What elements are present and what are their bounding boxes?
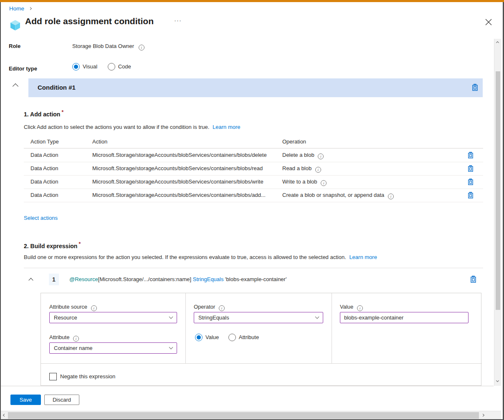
breadcrumb-chevron-icon bbox=[29, 7, 32, 10]
radio-code-circle-icon bbox=[108, 63, 115, 70]
condition-collapse-chevron-icon[interactable] bbox=[13, 83, 18, 89]
close-icon[interactable] bbox=[485, 19, 492, 27]
attribute-source-dropdown[interactable]: Resource bbox=[49, 312, 177, 323]
build-expression-heading: 2. Build expression* bbox=[24, 241, 81, 249]
expression-index-badge: 1 bbox=[49, 274, 59, 285]
row-action-type: Data Action bbox=[30, 165, 58, 171]
operator-label: Operator i bbox=[194, 303, 225, 311]
vertical-scrollbar[interactable] bbox=[494, 39, 501, 386]
col-action: Action bbox=[92, 138, 107, 146]
row-delete-trash-icon[interactable] bbox=[468, 165, 474, 174]
negate-expression-checkbox-row[interactable]: Negate this expression bbox=[49, 373, 115, 380]
row-action-type: Data Action bbox=[30, 179, 58, 185]
row-action: Microsoft.Storage/storageAccounts/blobSe… bbox=[92, 165, 263, 171]
row-action: Microsoft.Storage/storageAccounts/blobSe… bbox=[92, 152, 267, 158]
scroll-left-arrow-icon[interactable] bbox=[3, 414, 6, 417]
radio-value[interactable]: Value bbox=[195, 334, 219, 341]
row-operation: Write to a blob i bbox=[282, 179, 327, 186]
role-info-icon[interactable]: i bbox=[139, 45, 144, 50]
attribute-source-info-icon[interactable]: i bbox=[91, 305, 97, 311]
window-left-border bbox=[0, 2, 1, 420]
breadcrumb-home-link[interactable]: Home bbox=[9, 5, 24, 12]
chevron-down-icon bbox=[169, 345, 173, 350]
expression-summary: @Resource[Microsoft.Storage/.../containe… bbox=[69, 276, 286, 282]
radio-visual[interactable]: Visual bbox=[72, 63, 97, 70]
row-operation: Create a blob or snapshot, or append dat… bbox=[282, 192, 394, 199]
divider bbox=[185, 293, 186, 363]
required-asterisk: * bbox=[61, 109, 63, 115]
operator-dropdown[interactable]: StringEquals bbox=[194, 312, 323, 323]
radio-visual-circle-icon bbox=[72, 63, 80, 70]
editor-type-radio-group: Visual Code bbox=[72, 63, 131, 72]
radio-code[interactable]: Code bbox=[108, 63, 131, 70]
table-row: Data Action Microsoft.Storage/storageAcc… bbox=[24, 176, 483, 189]
horizontal-scrollbar-thumb[interactable] bbox=[8, 412, 479, 419]
row-delete-trash-icon[interactable] bbox=[468, 152, 474, 160]
vertical-scrollbar-thumb[interactable] bbox=[496, 71, 500, 310]
negate-expression-label: Negate this expression bbox=[60, 373, 115, 380]
divider bbox=[24, 268, 483, 268]
divider bbox=[0, 386, 494, 386]
row-delete-trash-icon[interactable] bbox=[468, 179, 474, 187]
operation-info-icon[interactable]: i bbox=[315, 167, 321, 173]
value-input[interactable] bbox=[340, 312, 469, 323]
expression-collapse-chevron-icon[interactable] bbox=[28, 278, 33, 282]
col-operation: Operation bbox=[282, 138, 306, 146]
discard-button[interactable]: Discard bbox=[44, 395, 79, 405]
attribute-label: Attribute i bbox=[49, 334, 79, 342]
operation-info-icon[interactable]: i bbox=[321, 180, 327, 186]
add-action-heading: 1. Add action* bbox=[24, 109, 63, 118]
breadcrumb: Home bbox=[9, 5, 31, 12]
row-action: Microsoft.Storage/storageAccounts/blobSe… bbox=[92, 192, 266, 198]
add-action-description: Click Add action to select the actions y… bbox=[24, 123, 241, 131]
more-menu-button[interactable]: ··· bbox=[174, 17, 182, 24]
checkbox-icon bbox=[49, 373, 57, 380]
table-row: Data Action Microsoft.Storage/storageAcc… bbox=[24, 189, 483, 202]
chevron-down-icon bbox=[169, 315, 173, 319]
row-delete-trash-icon[interactable] bbox=[468, 192, 474, 200]
operation-info-icon[interactable]: i bbox=[318, 153, 324, 159]
row-action: Microsoft.Storage/storageAccounts/blobSe… bbox=[92, 179, 263, 185]
operation-info-icon[interactable]: i bbox=[388, 194, 394, 199]
condition-header-bar: Condition #1 bbox=[28, 78, 483, 97]
row-operation: Delete a blob i bbox=[282, 152, 324, 159]
role-value: Storage Blob Data Owner i bbox=[72, 43, 144, 50]
build-expression-description: Build one or more expressions for the ac… bbox=[24, 254, 377, 261]
value-label: Value i bbox=[340, 303, 363, 311]
role-label: Role bbox=[9, 43, 20, 50]
chevron-down-icon bbox=[315, 315, 319, 319]
scroll-down-arrow-icon[interactable] bbox=[496, 379, 499, 382]
cube-icon bbox=[10, 20, 20, 33]
attribute-dropdown[interactable]: Container name bbox=[49, 342, 177, 354]
build-expression-learn-more-link[interactable]: Learn more bbox=[349, 254, 377, 260]
operator-info-icon[interactable]: i bbox=[219, 305, 225, 311]
divider bbox=[332, 293, 332, 363]
expression-editor-panel: Attribute source i Resource Attribute i … bbox=[41, 293, 481, 386]
col-action-type: Action Type bbox=[30, 138, 59, 146]
actions-table-header: Action Type Action Operation bbox=[24, 136, 483, 148]
page-title: Add role assignment condition bbox=[25, 16, 154, 26]
expression-path-token: [Microsoft.Storage/.../containers:name] bbox=[98, 276, 191, 282]
attribute-info-icon[interactable]: i bbox=[73, 336, 79, 342]
save-button[interactable]: Save bbox=[10, 395, 41, 405]
condition-delete-trash-icon[interactable] bbox=[472, 84, 478, 93]
value-type-radio-group: Value Attribute bbox=[195, 334, 259, 343]
attribute-source-label: Attribute source i bbox=[49, 303, 97, 311]
radio-attribute-circle-icon bbox=[228, 334, 236, 341]
row-operation: Read a blob i bbox=[282, 165, 321, 173]
table-row: Data Action Microsoft.Storage/storageAcc… bbox=[24, 149, 483, 162]
add-action-learn-more-link[interactable]: Learn more bbox=[213, 124, 240, 130]
expression-source-token: @Resource bbox=[69, 276, 98, 282]
horizontal-scrollbar[interactable] bbox=[1, 411, 501, 419]
value-info-icon[interactable]: i bbox=[357, 305, 363, 311]
add-role-assignment-condition-pane: Home Add role assignment condition ··· R… bbox=[0, 0, 504, 420]
scroll-up-arrow-icon[interactable] bbox=[496, 41, 499, 44]
select-actions-link[interactable]: Select actions bbox=[24, 215, 58, 221]
radio-attribute[interactable]: Attribute bbox=[228, 334, 259, 341]
expression-delete-trash-icon[interactable] bbox=[470, 276, 476, 284]
scroll-right-arrow-icon[interactable] bbox=[481, 414, 484, 417]
required-asterisk: * bbox=[79, 241, 81, 247]
row-action-type: Data Action bbox=[30, 192, 58, 198]
expression-value-token: 'blobs-example-container' bbox=[225, 276, 286, 282]
row-action-type: Data Action bbox=[30, 152, 58, 158]
